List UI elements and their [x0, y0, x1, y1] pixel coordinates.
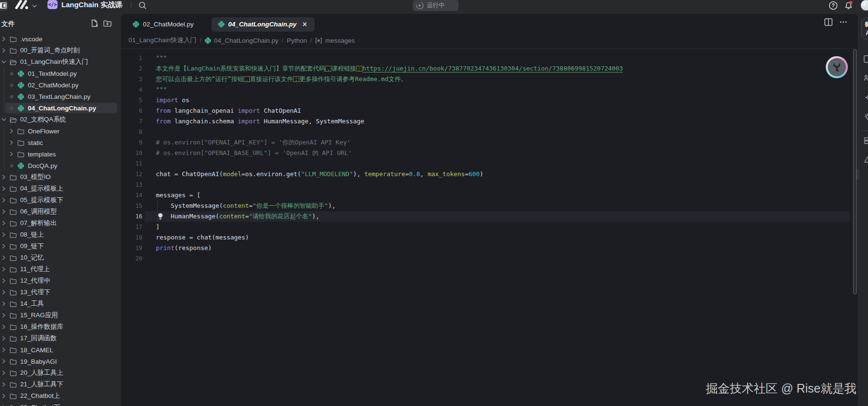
tree-item-OneFlower[interactable]: OneFlower: [0, 125, 120, 137]
code-line-6[interactable]: 6from langchain_openai import ChatOpenAI: [121, 106, 858, 116]
tree-item-18_CAMEL[interactable]: 18_CAMEL: [0, 344, 120, 356]
vertical-scrollbar[interactable]: [853, 49, 857, 294]
tree-item-07_解析输出[interactable]: 07_解析输出: [0, 217, 120, 229]
tree-item-00_开篇词_奇点时刻[interactable]: 00_开篇词_奇点时刻: [0, 45, 120, 56]
right-strip-icon-1[interactable]: [864, 55, 868, 65]
chevron-right-icon[interactable]: [0, 393, 7, 399]
chevron-right-icon[interactable]: [0, 381, 7, 388]
search-icon[interactable]: [139, 1, 147, 12]
ai-assistant-button[interactable]: A: [861, 17, 868, 40]
code-line-3[interactable]: 3您可以点击最上方的“运行”按钮，直接运行该文件；更多操作指引请参考Readme…: [121, 74, 858, 84]
breadcrumb-item[interactable]: 04_ChatLongChain.py: [205, 37, 278, 44]
tree-item-02_ChatModel.py[interactable]: 02_ChatModel.py: [0, 79, 120, 91]
code-line-4[interactable]: 4""": [121, 84, 858, 95]
split-editor-icon[interactable]: [824, 18, 833, 28]
tree-item-.vscode[interactable]: .vscode: [0, 33, 120, 45]
chevron-right-icon[interactable]: [0, 300, 7, 307]
tree-item-17_回调函数[interactable]: 17_回调函数: [0, 333, 120, 344]
code-line-15[interactable]: 15 SystemMessage(content="你是一个很棒的智能助手"),: [121, 201, 858, 211]
chevron-right-icon[interactable]: [8, 128, 15, 134]
run-status-button[interactable]: 运行中: [413, 0, 458, 11]
tree-item-08_链上[interactable]: 08_链上: [0, 229, 120, 240]
tree-item-04_ChatLongChain.py[interactable]: 04_ChatLongChain.py: [0, 102, 120, 114]
code-line-20[interactable]: 20: [121, 253, 858, 264]
code-line-5[interactable]: 5import os: [121, 95, 858, 106]
tree-item-22_Chatbot上[interactable]: 22_Chatbot上: [0, 390, 120, 402]
code-line-1[interactable]: 1""": [121, 53, 858, 63]
workspace-title[interactable]: LangChain 实战课: [61, 0, 122, 9]
right-strip-icon-4[interactable]: [864, 113, 868, 122]
chevron-right-icon[interactable]: [0, 47, 7, 54]
right-strip-icon-2[interactable]: [864, 74, 868, 84]
code-line-10[interactable]: 10# os.environ["OPENAI_BASE_URL"] = 'Ope…: [121, 148, 858, 158]
code-line-7[interactable]: 7from langchain.schema import HumanMessa…: [121, 116, 858, 127]
code-line-16[interactable]: 16 HumanMessage(content="请给我的花店起个名"),: [121, 211, 858, 222]
tree-item-12_代理中[interactable]: 12_代理中: [0, 275, 120, 287]
help-icon[interactable]: ?: [829, 1, 838, 12]
editor-tab-02_ChatModel.py[interactable]: 02_ChatModel.py: [126, 17, 200, 32]
workspace-chevron-down-icon[interactable]: [118, 2, 124, 11]
chevron-right-icon[interactable]: [0, 36, 7, 42]
chevron-down-icon[interactable]: [0, 59, 7, 65]
right-strip-icon-5[interactable]: [864, 137, 868, 146]
toggle-sidebar-button[interactable]: [0, 0, 8, 11]
tree-item-13_代理下[interactable]: 13_代理下: [0, 287, 120, 298]
chevron-right-icon[interactable]: [0, 346, 7, 353]
chevron-right-icon[interactable]: [0, 208, 7, 215]
tree-item-02_文档QA系统[interactable]: 02_文档QA系统: [0, 114, 120, 125]
chevron-right-icon[interactable]: [0, 254, 7, 261]
tree-item-01_TextModel.py[interactable]: 01_TextModel.py: [0, 68, 120, 79]
more-actions-icon[interactable]: [839, 18, 847, 28]
chevron-right-icon[interactable]: [0, 289, 7, 296]
code-line-8[interactable]: 8: [121, 127, 858, 137]
breadcrumb-item[interactable]: messages: [315, 37, 355, 44]
close-tab-icon[interactable]: ×: [301, 21, 308, 28]
tree-item-static[interactable]: static: [0, 137, 120, 148]
chevron-right-icon[interactable]: [0, 277, 7, 284]
tree-item-templates[interactable]: templates: [0, 148, 120, 160]
code-line-2[interactable]: 2本文件是【LangChain系统安装和快速入门】章节的配套代码，课程链接：ht…: [121, 63, 858, 74]
code-line-11[interactable]: 11: [121, 158, 858, 169]
tree-item-05_提示模板下[interactable]: 05_提示模板下: [0, 194, 120, 206]
code-line-9[interactable]: 9# os.environ["OPENAI_API_KEY"] = '你的Ope…: [121, 137, 858, 148]
code-editor[interactable]: 1"""2本文件是【LangChain系统安装和快速入门】章节的配套代码，课程链…: [121, 49, 858, 406]
breadcrumb-item[interactable]: Python: [287, 37, 307, 44]
tree-item-19_BabyAGI[interactable]: 19_BabyAGI: [0, 356, 120, 367]
chevron-right-icon[interactable]: [0, 174, 7, 180]
code-line-19[interactable]: 19print(response): [121, 243, 858, 253]
user-avatar[interactable]: [861, 0, 868, 11]
notifications-bell-icon[interactable]: [844, 0, 854, 12]
code-line-13[interactable]: 13: [121, 179, 858, 190]
code-line-18[interactable]: 18response = chat(messages): [121, 232, 858, 243]
tree-item-03_模型IO[interactable]: 03_模型IO: [0, 171, 120, 183]
chevron-right-icon[interactable]: [0, 243, 7, 250]
chevron-right-icon[interactable]: [0, 312, 7, 319]
tree-item-23_Chatbot下[interactable]: 23_Chatbot下: [0, 402, 120, 406]
tree-item-04_提示模板上[interactable]: 04_提示模板上: [0, 183, 120, 194]
chevron-right-icon[interactable]: [0, 220, 7, 227]
tree-item-10_记忆[interactable]: 10_记忆: [0, 252, 120, 263]
ai-assistant-fab[interactable]: [826, 56, 848, 78]
chevron-down-icon[interactable]: [0, 116, 7, 123]
new-file-icon[interactable]: [91, 19, 98, 29]
tree-item-11_代理上[interactable]: 11_代理上: [0, 263, 120, 275]
code-line-14[interactable]: 14messages = [: [121, 190, 858, 201]
right-strip-icon-3[interactable]: [864, 94, 868, 103]
tree-item-01_LangChain快速入门[interactable]: 01_LangChain快速入门: [0, 56, 120, 68]
tree-item-06_调用模型[interactable]: 06_调用模型: [0, 206, 120, 217]
chevron-right-icon[interactable]: [8, 139, 15, 146]
chevron-right-icon[interactable]: [0, 231, 7, 238]
tree-item-03_TextLangChain.py[interactable]: 03_TextLangChain.py: [0, 91, 120, 102]
new-folder-icon[interactable]: [103, 19, 112, 29]
code-line-17[interactable]: 17]: [121, 222, 858, 232]
tree-item-15_RAG应用[interactable]: 15_RAG应用: [0, 310, 120, 321]
chevron-right-icon[interactable]: [0, 335, 7, 342]
chevron-right-icon[interactable]: [0, 266, 7, 273]
tree-item-20_人脉工具上[interactable]: 20_人脉工具上: [0, 367, 120, 379]
right-strip-icon-6[interactable]: [864, 156, 868, 166]
chevron-right-icon[interactable]: [8, 151, 15, 157]
tree-item-14_工具[interactable]: 14_工具: [0, 298, 120, 310]
tree-item-09_链下[interactable]: 09_链下: [0, 240, 120, 252]
breadcrumb-item[interactable]: 01_LangChain快速入门: [129, 36, 197, 45]
chevron-right-icon[interactable]: [0, 404, 7, 406]
